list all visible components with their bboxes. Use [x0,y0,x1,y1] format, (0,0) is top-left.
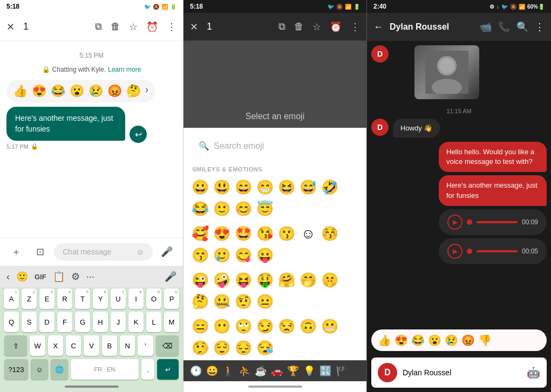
sticker-btn-p1[interactable]: ⊡ [30,242,50,262]
more-icon-p1[interactable]: ⋮ [167,21,176,33]
emoji-cat-activity[interactable]: ⛹ [239,365,250,377]
emoji-🤔[interactable]: 🤔 [190,291,210,312]
emoji-😐[interactable]: 😐 [255,291,275,312]
chat-input-p1[interactable]: Chat message ☺ [54,243,153,260]
key-2[interactable]: 2Z [22,288,37,309]
key-g[interactable]: G [75,312,90,332]
add-btn-p1[interactable]: ＋ [6,242,26,262]
react-angry[interactable]: 😡 [461,334,475,347]
key-c[interactable]: C [66,335,81,356]
emoji-🙂[interactable]: 🙂 [212,198,232,219]
emoji-😙[interactable]: 😙 [190,245,210,265]
emoji-😅[interactable]: 😅 [298,177,318,197]
emoji-😇[interactable]: 😇 [255,198,275,219]
emoji-😊[interactable]: 😊 [233,198,254,219]
emoji-🤭[interactable]: 🤭 [298,270,318,290]
react-thumbsdown[interactable]: 👎 [478,334,492,347]
emoji-cat-travel[interactable]: 🚗 [271,365,283,377]
react-cry[interactable]: 😢 [445,334,458,347]
reply-btn-p1[interactable]: ↩ [130,126,147,143]
emoji-thumbsup[interactable]: 👍 [13,84,28,98]
copy-icon-p2[interactable]: ⧉ [278,21,285,32]
emoji-😒[interactable]: 😒 [276,316,297,336]
key-0[interactable]: 0P [164,288,179,309]
contact-row-p3[interactable]: D Dylan Roussel 🤖 [371,357,547,388]
emoji-😂[interactable]: 😂 [190,198,210,219]
key-f[interactable]: F [57,312,72,332]
emoji-😬[interactable]: 😬 [319,316,340,336]
key-3[interactable]: 3E [39,288,55,309]
key-w[interactable]: W [30,335,45,356]
key-k[interactable]: K [128,312,144,332]
emoji-😍[interactable]: 😍 [212,223,232,244]
emoji-cat-objects[interactable]: 🏆 [287,365,299,377]
key-space[interactable]: FR · EN [71,359,139,380]
emoji-bar-p3[interactable]: 👍 😍 😂 😮 😢 😡 👎 [371,329,547,351]
emoji-cat-people[interactable]: 🚶 [222,365,234,377]
delete-icon-p1[interactable]: 🗑 [111,21,120,32]
key-s[interactable]: S [22,312,37,332]
key-1[interactable]: 1A [4,288,19,309]
key-x[interactable]: X [48,335,63,356]
key-4[interactable]: 4R [57,288,72,309]
emoji-😋[interactable]: 😋 [233,245,254,265]
emoji-cat-symbols[interactable]: 💡 [303,365,315,377]
emoji-laugh[interactable]: 😂 [51,84,65,98]
key-9[interactable]: 9O [146,288,161,309]
mic-btn-p1[interactable]: 🎤 [157,242,176,262]
emoji-😌[interactable]: 😌 [212,338,232,358]
emoji-heart-eyes[interactable]: 😍 [32,84,46,98]
key-123[interactable]: ?123 [4,359,28,380]
mic-kb-icon[interactable]: 🎤 [165,271,176,283]
key-enter[interactable]: ↵ [157,359,179,380]
key-m[interactable]: M [164,312,179,332]
emoji-🤥[interactable]: 🤥 [190,338,210,358]
emoji-😜[interactable]: 😜 [190,270,210,290]
emoji-😑[interactable]: 😑 [190,316,210,336]
key-globe[interactable]: 🌐 [51,359,68,380]
react-thumbsup[interactable]: 👍 [378,334,391,347]
settings-kb-icon[interactable]: ⚙ [71,271,80,283]
star-icon-p2[interactable]: ☆ [312,21,321,33]
emoji-btn-p1[interactable]: ☺ [137,247,144,256]
emoji-😶[interactable]: 😶 [212,316,232,336]
close-btn-p2[interactable]: ✕ [190,21,198,33]
gif-kb-icon[interactable]: GIF [35,273,46,281]
emoji-😘[interactable]: 😘 [255,223,275,244]
close-btn-p1[interactable]: ✕ [6,21,15,33]
star-icon-p1[interactable]: ☆ [129,21,138,33]
delete-icon-p2[interactable]: 🗑 [294,21,304,32]
emoji-🤗[interactable]: 🤗 [276,270,297,290]
emoji-😛[interactable]: 😛 [255,245,275,265]
sticker-kb-icon[interactable]: 🙂 [16,271,28,283]
key-v[interactable]: V [84,335,99,356]
emoji-😀[interactable]: 😀 [190,177,210,197]
key-6[interactable]: 6Y [93,288,108,309]
emoji-😔[interactable]: 😔 [233,338,254,358]
emoji-🤪[interactable]: 🤪 [212,270,232,290]
more-kb-icon[interactable]: ··· [86,271,94,283]
audio-play-1[interactable]: ▶ [447,215,462,230]
key-apos[interactable]: ' [138,335,153,356]
key-j[interactable]: J [111,312,126,332]
emoji-angry[interactable]: 😡 [107,84,122,98]
emoji-cat-signs[interactable]: 🔣 [319,365,331,377]
emoji-🥲[interactable]: 🥲 [212,245,232,265]
emoji-react-bar-p1[interactable]: 👍 😍 😂 😮 😢 😡 🤔 › [6,80,155,102]
emoji-😗[interactable]: 😗 [276,223,297,244]
emoji-🥰[interactable]: 🥰 [190,223,210,244]
emoji-😪[interactable]: 😪 [255,338,275,358]
key-7[interactable]: 7U [111,288,126,309]
emoji-😄[interactable]: 😄 [233,177,254,197]
emoji-🙄[interactable]: 🙄 [233,316,254,336]
emoji-🙃[interactable]: 🙃 [298,316,318,336]
learn-more-link[interactable]: Learn more [108,66,141,73]
emoji-🤩[interactable]: 🤩 [233,223,254,244]
emoji-cat-food[interactable]: ☕ [255,365,267,377]
alarm-icon-p1[interactable]: ⏰ [146,21,158,33]
back-kb-icon[interactable]: ‹ [6,271,10,283]
key-q[interactable]: Q [4,312,19,332]
emoji-😏[interactable]: 😏 [255,316,275,336]
emoji-😃[interactable]: 😃 [212,177,232,197]
emoji-cat-flags[interactable]: 🏴 [336,365,348,377]
